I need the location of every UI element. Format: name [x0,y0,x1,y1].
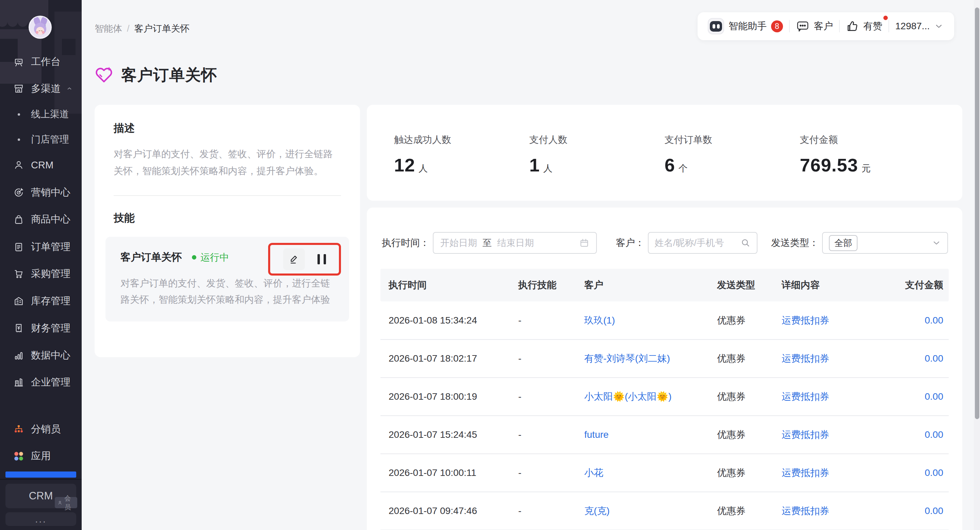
scrollbar-thumb[interactable] [975,8,979,419]
send-type-select[interactable]: 全部 [822,232,948,254]
workbench-icon [13,56,24,68]
divider [839,20,840,32]
stat-label: 支付人数 [530,133,665,146]
customer-link[interactable]: future [584,429,609,440]
chevron-down-icon [934,21,943,31]
sidebar-item-label: CRM [31,160,53,171]
customer-filter-label: 客户： [616,236,644,249]
sidebar-item-label: 采购管理 [31,267,70,281]
account-menu[interactable]: 12987... [895,21,943,32]
date-end-placeholder: 结束日期 [497,237,534,249]
youzan-button[interactable]: 有赞 [846,20,882,33]
customer-link[interactable]: 玖玖(1) [584,315,615,325]
sidebar-item-product-center[interactable]: 商品中心 [0,206,82,233]
col-amount: 支付金额 [892,269,949,301]
cell-time: 2026-01-07 09:47:46 [380,492,518,530]
pause-icon [318,254,320,264]
stat-label: 触达成功人数 [394,133,530,146]
customer-link[interactable]: 小花 [584,467,603,478]
table-row: 2026-01-07 18:02:17 - 有赞-刘诗琴(刘二妹) 优惠券 运费… [380,340,949,378]
sidebar-item-store-management[interactable]: 门店管理 [0,126,82,153]
breadcrumb-parent[interactable]: 智能体 [95,22,122,35]
sidebar-item-label: 企业管理 [31,376,70,389]
chevron-up-icon [66,86,73,92]
customer-link[interactable]: 有赞-刘诗琴(刘二妹) [584,353,670,363]
customer-service-button[interactable]: 客户 [796,19,833,33]
dock-more-button[interactable]: ... [5,512,76,526]
sidebar-divider [0,479,82,480]
chat-bubble-icon [796,19,810,33]
sidebar-item-multichannel[interactable]: 多渠道 [0,75,82,102]
sidebar-item-distributor[interactable]: 分销员 [0,416,82,443]
stat-unit: 个 [679,162,688,175]
table-row: 2026-01-07 15:24:45 - future 优惠券 运费抵扣券 0… [380,416,949,454]
cell-skill: - [518,492,584,530]
assistant-button[interactable]: 智能助手 8 [708,18,783,34]
date-start-placeholder: 开始日期 [440,237,477,249]
sidebar-item-finance-management[interactable]: 财务管理 [0,315,82,342]
customer-label: 客户 [814,20,833,33]
pause-skill-button[interactable] [318,254,326,264]
sidebar-item-online-channel[interactable]: 线上渠道 [0,101,82,128]
member-ghost-label: 会员 [64,494,75,512]
calendar-icon [579,238,589,248]
sidebar-item-data-center[interactable]: 数据中心 [0,342,82,369]
cell-skill: - [518,416,584,454]
detail-link[interactable]: 运费抵扣券 [782,506,829,516]
sidebar-item-label: 工作台 [31,55,60,69]
table-row: 2026-01-07 18:00:19 - 小太阳🌞(小太阳🌞) 优惠券 运费抵… [380,378,949,416]
sidebar-item-crm[interactable]: CRM [0,151,82,179]
account-label: 12987... [895,21,930,32]
customer-search-input[interactable]: 姓名/昵称/手机号 [648,232,757,254]
detail-link[interactable]: 运费抵扣券 [782,353,829,363]
sidebar-item-label: 库存管理 [31,294,70,308]
divider [888,20,889,32]
pause-icon [324,254,326,264]
customer-search-placeholder: 姓名/昵称/手机号 [655,237,740,249]
youzan-label: 有赞 [863,21,882,31]
customer-link[interactable]: 克(克) [584,506,610,516]
org-chart-icon [13,424,24,435]
notification-dot [883,16,888,20]
avatar[interactable]: z [29,16,52,39]
cell-skill: - [518,378,584,416]
date-range-input[interactable]: 开始日期 至 结束日期 [433,232,597,254]
detail-link[interactable]: 运费抵扣券 [782,391,829,402]
stat-label: 支付订单数 [665,133,800,146]
sidebar-item-marketing-center[interactable]: 营销中心 [0,179,82,206]
edit-skill-button[interactable] [283,248,305,270]
detail-link[interactable]: 运费抵扣券 [782,429,829,440]
breadcrumb: 智能体 / 客户订单关怀 [95,22,189,35]
document-icon [13,241,24,253]
sidebar-item-workbench[interactable]: 工作台 [0,48,82,76]
execution-log-card: 执行时间： 开始日期 至 结束日期 客户： 姓名/昵称/手机号 发送类型： 全部 [367,208,962,530]
sidebar-progress-bar [5,471,76,478]
cell-skill: - [518,340,584,378]
member-person-icon [57,500,62,506]
stats-card: 触达成功人数 12人 支付人数 1人 支付订单数 6个 支付金额 769.53元 [367,105,962,201]
page-title-row: 客户订单关怀 [94,65,217,86]
sidebar-item-label: 应用 [31,449,51,463]
detail-link[interactable]: 运费抵扣券 [782,467,829,478]
table-header-row: 执行时间 执行技能 客户 发送类型 详细内容 支付金额 [380,269,949,301]
bar-chart-icon [13,350,24,361]
search-icon [740,238,751,248]
sidebar-item-inventory-management[interactable]: 库存管理 [0,287,82,315]
chevron-down-icon [932,238,941,248]
sidebar-item-purchase-management[interactable]: 采购管理 [0,260,82,287]
skill-card: 客户订单关怀 运行中 对客户订单的支付、发货、签收、评价，进行全链路关怀，智能策… [105,237,349,322]
sidebar-item-label: 数据中心 [31,349,70,362]
sidebar-item-label: 分销员 [31,422,60,436]
topbar-actions: 智能助手 8 客户 有赞 12987... [698,12,954,40]
customer-link[interactable]: 小太阳🌞(小太阳🌞) [584,391,672,402]
sidebar-item-order-management[interactable]: 订单管理 [0,233,82,260]
breadcrumb-current: 客户订单关怀 [134,22,189,35]
vertical-scrollbar[interactable] [974,0,980,530]
table-row: 2026-01-08 15:34:24 - 玖玖(1) 优惠券 运费抵扣券 0.… [380,301,949,340]
detail-link[interactable]: 运费抵扣券 [782,315,829,325]
sidebar-item-enterprise-management[interactable]: 企业管理 [0,369,82,396]
warehouse-icon [13,295,24,307]
amount-value: 0.00 [925,391,943,402]
table-row: 2026-01-07 09:47:46 - 克(克) 优惠券 运费抵扣券 0.0… [380,492,949,530]
sidebar-item-apps[interactable]: 应用 [0,443,82,470]
